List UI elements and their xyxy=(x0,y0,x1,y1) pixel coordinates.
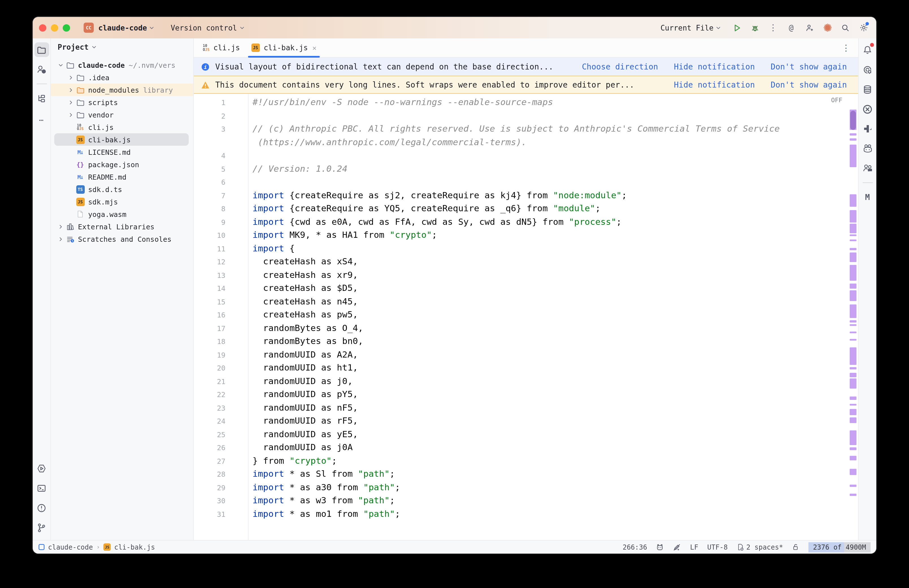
notification-action-don-t-show-again[interactable]: Don't show again xyxy=(770,62,847,71)
tree-item-label: claude-code xyxy=(78,61,125,69)
tree-item-cli-bak-js[interactable]: JScli-bak.js xyxy=(51,133,193,146)
gateway-m-icon[interactable]: M xyxy=(860,190,875,205)
project-tool-icon[interactable] xyxy=(34,42,49,57)
claude-sparkle-icon[interactable] xyxy=(823,23,832,32)
tree-item-scratches-and-consoles[interactable]: Scratches and Consoles xyxy=(51,233,193,245)
version-control-widget[interactable]: Version control xyxy=(171,23,245,32)
memory-indicator[interactable]: 2376 of 4900M xyxy=(809,542,870,552)
line-separator[interactable]: LF xyxy=(690,543,698,551)
chevron-right-icon[interactable] xyxy=(57,235,65,243)
tree-item--idea[interactable]: .idea xyxy=(51,71,193,84)
tab-cli-js[interactable]: 10OJS cli.js xyxy=(197,39,245,57)
file-encoding[interactable]: UTF-8 xyxy=(707,543,728,551)
more-actions-icon[interactable]: ⋮ xyxy=(769,23,778,32)
ai-assistant-icon[interactable] xyxy=(860,121,875,136)
tree-item-sdk-mjs[interactable]: JSsdk.mjs xyxy=(51,195,193,208)
ai-status-icon[interactable] xyxy=(656,543,664,551)
code-text: // (c) Anthropic PBC. All rights reserve… xyxy=(248,123,780,136)
line-number: 1 xyxy=(194,96,248,109)
chevron-down-icon[interactable] xyxy=(57,61,65,69)
pull-requests-tool-icon[interactable]: ? xyxy=(34,62,49,77)
notification-action-don-t-show-again[interactable]: Don't show again xyxy=(770,80,847,89)
code-text: import * as a30 from "path"; xyxy=(248,481,400,494)
code-area[interactable]: 1#!/usr/bin/env -S node --no-warnings --… xyxy=(194,94,858,540)
line-number: 20 xyxy=(194,362,248,375)
terminal-tool-icon[interactable] xyxy=(34,481,49,495)
indent-widget[interactable]: 2 spaces* xyxy=(737,543,783,551)
minimize-window-button[interactable] xyxy=(51,24,58,31)
code-text: import * as mo1 from "path"; xyxy=(248,507,400,521)
code-text: import {createRequire as sj2, createRequ… xyxy=(248,189,627,202)
tree-item-yoga-wasm[interactable]: yoga.wasm xyxy=(51,208,193,220)
code-text: } from "crypto"; xyxy=(248,454,337,468)
notification-actions: Choose directionHide notificationDon't s… xyxy=(582,62,851,71)
vcs-change-mark xyxy=(850,194,856,207)
breadcrumb-file[interactable]: cli-bak.js xyxy=(114,543,155,551)
tree-item-label: sdk.mjs xyxy=(88,197,118,206)
breadcrumb-project[interactable]: claude-code xyxy=(48,543,93,551)
add-user-icon[interactable] xyxy=(804,23,814,32)
notifications-bell-icon[interactable] xyxy=(860,42,875,57)
database-icon[interactable] xyxy=(860,82,875,97)
chevron-right-icon[interactable] xyxy=(67,73,75,82)
x-circle-icon[interactable] xyxy=(860,102,875,116)
robot-face-icon[interactable] xyxy=(860,141,875,156)
code-text: createHash as xr9, xyxy=(248,268,358,282)
zoom-window-button[interactable] xyxy=(63,24,70,31)
project-panel: Project claude-code~/.nvm/vers.ideanode_… xyxy=(51,39,194,540)
tab-cli-bak-js[interactable]: JS cli-bak.js ✕ xyxy=(245,39,322,57)
tree-indent-spacer xyxy=(67,197,75,206)
tab-options-icon[interactable]: ⋮ xyxy=(842,39,858,57)
notification-text: Visual layout of bidirectional text can … xyxy=(215,62,553,71)
lock-icon[interactable] xyxy=(792,543,799,551)
tree-item-node-modules[interactable]: node_moduleslibrary xyxy=(51,84,193,96)
highlighting-level-icon[interactable] xyxy=(673,543,681,551)
chevron-right-icon[interactable] xyxy=(67,110,75,119)
more-tool-windows-icon[interactable]: … xyxy=(34,111,49,125)
notification-action-hide-notification[interactable]: Hide notification xyxy=(674,62,755,71)
close-window-button[interactable] xyxy=(39,24,46,31)
notification-action-choose-direction[interactable]: Choose direction xyxy=(582,62,658,71)
debug-icon[interactable] xyxy=(750,23,760,32)
tree-item-vendor[interactable]: vendor xyxy=(51,108,193,121)
services-tool-icon[interactable] xyxy=(34,461,49,476)
tree-item-scripts[interactable]: scripts xyxy=(51,96,193,108)
run-configuration-selector[interactable]: Current File xyxy=(660,23,722,32)
code-text: randomUUID as rF5, xyxy=(248,415,358,428)
mentions-icon[interactable]: @ xyxy=(786,23,796,32)
tree-item-cli-js[interactable]: 10OJScli.js xyxy=(51,121,193,133)
editor-scrollbar[interactable] xyxy=(849,94,857,540)
inspections-off-label[interactable]: OFF xyxy=(831,97,842,104)
chevron-right-icon[interactable] xyxy=(57,222,65,231)
code-line-27: 27} from "crypto"; xyxy=(194,454,858,468)
search-icon[interactable] xyxy=(841,23,850,32)
svg-text:i: i xyxy=(203,64,207,70)
line-number: 29 xyxy=(194,481,248,494)
tree-item-external-libraries[interactable]: External Libraries xyxy=(51,220,193,233)
tree-item-sdk-d-ts[interactable]: TSsdk.d.ts xyxy=(51,183,193,195)
js-icon: JS xyxy=(75,197,85,206)
code-editor[interactable]: 1#!/usr/bin/env -S node --no-warnings --… xyxy=(194,94,858,540)
chevron-down-icon[interactable] xyxy=(91,44,97,50)
project-square-icon xyxy=(39,544,45,550)
run-icon[interactable] xyxy=(732,23,742,32)
ai-chat-icon[interactable] xyxy=(860,62,875,77)
problems-tool-icon[interactable] xyxy=(34,501,49,515)
git-branch-tool-icon[interactable] xyxy=(34,520,49,535)
tree-item-package-json[interactable]: {}package.json xyxy=(51,158,193,171)
settings-gear-icon[interactable] xyxy=(859,23,868,32)
tree-item-readme-md[interactable]: M↓README.md xyxy=(51,171,193,183)
folder-icon xyxy=(75,110,85,119)
tree-item-claude-code[interactable]: claude-code~/.nvm/vers xyxy=(51,59,193,71)
code-with-me-icon[interactable] xyxy=(860,161,875,176)
project-widget[interactable]: claude-code xyxy=(98,23,155,32)
scrollbar-thumb[interactable] xyxy=(850,111,856,130)
tree-item-license-md[interactable]: M↓LICENSE.md xyxy=(51,146,193,158)
cursor-position[interactable]: 266:36 xyxy=(623,543,647,551)
chevron-right-icon[interactable] xyxy=(67,86,75,94)
settings-notification-dot xyxy=(865,22,869,25)
close-tab-icon[interactable]: ✕ xyxy=(312,44,316,52)
chevron-right-icon[interactable] xyxy=(67,98,75,107)
notification-action-hide-notification[interactable]: Hide notification xyxy=(674,80,755,89)
structure-tool-icon[interactable] xyxy=(34,91,49,106)
